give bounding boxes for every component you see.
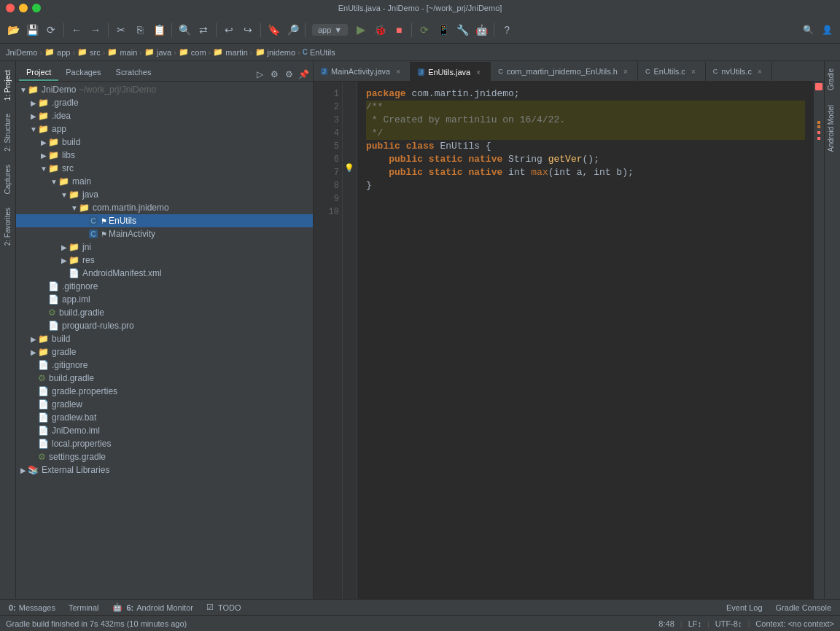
tree-item-gradlew-bat[interactable]: 📄 gradlew.bat (16, 411, 313, 424)
maximize-button[interactable] (32, 4, 41, 12)
tab-packages[interactable]: Packages (58, 65, 108, 81)
gradle-sync-btn[interactable]: ⟳ (416, 21, 433, 39)
app-config-dropdown[interactable]: app ▼ (312, 24, 348, 36)
encoding[interactable]: UTF-8↕ (715, 619, 742, 628)
tab-enutils-c[interactable]: C EnUtils.c × (638, 62, 706, 81)
help-btn[interactable]: ? (498, 21, 516, 39)
inspect-btn[interactable]: 🔎 (284, 21, 301, 39)
close-tab-enutils[interactable]: × (474, 68, 483, 77)
code-editor[interactable]: package com.martin.jnidemo; /** * Create… (357, 82, 814, 599)
tree-item-gradle-properties[interactable]: 📄 gradle.properties (16, 385, 313, 398)
bc-jnidemo[interactable]: JniDemo (6, 48, 37, 57)
close-tab-enutils-c[interactable]: × (689, 67, 698, 76)
tree-item-proguard[interactable]: 📄 proguard-rules.pro (16, 319, 313, 332)
tab-scratches[interactable]: Scratches (109, 65, 159, 81)
redo-btn[interactable]: ↪ (239, 21, 257, 39)
sidebar-tab-android-model[interactable]: Android Model (825, 98, 840, 159)
minimize-button[interactable] (19, 4, 28, 12)
tree-item-jnidemo[interactable]: ▼ 📁 JniDemo ~/work_prj/JniDemo (16, 83, 313, 96)
tree-item-build-root[interactable]: ▶ 📁 build (16, 332, 313, 345)
sync-btn[interactable]: ⟳ (42, 21, 60, 39)
bc-main[interactable]: 📁 main (107, 47, 137, 57)
tree-item-idea[interactable]: ▶ 📁 .idea (16, 109, 313, 122)
tree-item-build-gradle-app[interactable]: ⚙ build.gradle (16, 306, 313, 319)
tab-terminal[interactable]: Terminal (63, 602, 105, 614)
undo-btn[interactable]: ↩ (220, 21, 238, 39)
sidebar-tab-structure[interactable]: 2: Structure (1, 108, 14, 157)
tab-messages[interactable]: 0: Messages (3, 602, 61, 614)
bc-martin[interactable]: 📁 martin (213, 47, 248, 57)
tab-event-log[interactable]: Event Log (720, 602, 769, 614)
tab-nvutils-c[interactable]: C nvUtils.c × (706, 62, 772, 81)
sidebar-tab-favorites[interactable]: 2: Favorites (1, 202, 14, 251)
open-folder-btn[interactable]: 📂 (4, 21, 22, 39)
tree-item-external-libs[interactable]: ▶ 📚 External Libraries (16, 463, 313, 477)
stop-button[interactable]: ■ (390, 21, 408, 39)
tree-item-com-pkg[interactable]: ▼ 📁 com.martin.jnidemo (16, 201, 313, 214)
tree-item-androidmanifest[interactable]: 📄 AndroidManifest.xml (16, 267, 313, 280)
tab-android-monitor[interactable]: 🤖 6: Android Monitor (106, 601, 199, 614)
user-icon[interactable]: 👤 (818, 21, 836, 39)
close-tab-h[interactable]: × (621, 67, 630, 76)
sidebar-tab-gradle[interactable]: Gradle (825, 61, 840, 98)
tab-mainactivity[interactable]: J MainActivity.java × (314, 62, 411, 81)
sidebar-tab-captures[interactable]: Captures (1, 159, 14, 200)
tree-item-settings-gradle[interactable]: ⚙ settings.gradle (16, 450, 313, 463)
bc-jnidemo-pkg[interactable]: 📁 jnidemo (255, 47, 296, 57)
bc-app[interactable]: 📁 app (44, 47, 70, 57)
tree-item-gradle-root[interactable]: ▶ 📁 gradle (16, 345, 313, 358)
tree-item-build-gradle-root[interactable]: ⚙ build.gradle (16, 372, 313, 385)
bc-com[interactable]: 📁 com (179, 47, 206, 57)
tree-item-res[interactable]: ▶ 📁 res (16, 254, 313, 267)
tree-item-gitignore-app[interactable]: 📄 .gitignore (16, 280, 313, 293)
tree-item-enutils[interactable]: C ⚑ EnUtils (16, 214, 313, 227)
back-btn[interactable]: ← (68, 21, 85, 39)
replace-btn[interactable]: ⇄ (195, 21, 212, 39)
tree-item-main[interactable]: ▼ 📁 main (16, 175, 313, 188)
tab-com-martin-h[interactable]: C com_martin_jnidemo_EnUtils.h × (491, 62, 638, 81)
forward-btn[interactable]: → (87, 21, 104, 39)
bc-enutils[interactable]: C EnUtils (303, 48, 335, 57)
save-btn[interactable]: 💾 (23, 21, 41, 39)
close-tab-nvutils[interactable]: × (755, 67, 764, 76)
android-btn[interactable]: 🤖 (472, 21, 490, 39)
copy-btn[interactable]: ⎘ (131, 21, 149, 39)
tree-item-app[interactable]: ▼ 📁 app (16, 122, 313, 136)
paste-btn[interactable]: 📋 (150, 21, 168, 39)
tree-item-jni[interactable]: ▶ 📁 jni (16, 240, 313, 254)
line-separator[interactable]: LF↕ (688, 619, 701, 628)
bookmarks-btn[interactable]: 🔖 (265, 21, 282, 39)
debug-button[interactable]: 🐞 (371, 21, 389, 39)
pin-btn[interactable]: 📌 (297, 68, 310, 81)
tree-item-app-iml[interactable]: 📄 app.iml (16, 293, 313, 306)
tree-item-mainactivity[interactable]: C ⚑ MainActivity (16, 227, 313, 240)
tree-item-local-properties[interactable]: 📄 local.properties (16, 437, 313, 450)
avd-btn[interactable]: 📱 (435, 21, 452, 39)
tree-item-src[interactable]: ▼ 📁 src (16, 162, 313, 175)
cursor-position[interactable]: 8:48 (658, 619, 674, 628)
tree-item-gitignore-root[interactable]: 📄 .gitignore (16, 358, 313, 372)
tree-item-build-app[interactable]: ▶ 📁 build (16, 136, 313, 149)
tab-todo[interactable]: ☑ TODO (201, 601, 247, 614)
bc-src[interactable]: 📁 src (77, 47, 101, 57)
tree-item-jnidemo-iml[interactable]: 📄 JniDemo.iml (16, 424, 313, 437)
cut-btn[interactable]: ✂ (112, 21, 130, 39)
close-tab-mainactivity[interactable]: × (394, 67, 402, 76)
run-button[interactable]: ▶ (352, 21, 370, 39)
bc-java[interactable]: 📁 java (144, 47, 171, 57)
tree-item-gradle-hidden[interactable]: ▶ 📁 .gradle (16, 96, 313, 109)
collapse-btn[interactable]: ⚙ (268, 68, 281, 81)
expand-all-btn[interactable]: ▷ (253, 68, 266, 81)
tab-enutils[interactable]: J EnUtils.java × (411, 62, 491, 81)
tree-item-gradlew[interactable]: 📄 gradlew (16, 398, 313, 411)
search-everywhere-icon[interactable]: 🔍 (799, 21, 817, 39)
tab-project[interactable]: Project (19, 65, 58, 81)
sdk-btn[interactable]: 🔧 (454, 21, 471, 39)
tab-gradle-console[interactable]: Gradle Console (770, 602, 837, 614)
find-btn[interactable]: 🔍 (176, 21, 193, 39)
gear-btn[interactable]: ⚙ (282, 68, 295, 81)
sidebar-tab-project[interactable]: 1: Project (1, 64, 14, 106)
close-button[interactable] (6, 4, 15, 12)
tree-item-libs[interactable]: ▶ 📁 libs (16, 149, 313, 162)
tree-item-java[interactable]: ▼ 📁 java (16, 188, 313, 201)
